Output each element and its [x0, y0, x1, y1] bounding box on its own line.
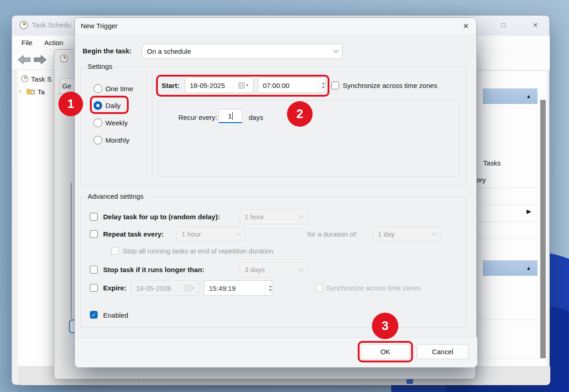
separator	[478, 358, 537, 359]
desktop: Task Schedu □ ✕ File Action	[0, 0, 569, 392]
chevron-down-icon	[298, 213, 303, 218]
chevron-down-icon	[432, 230, 437, 235]
spin-up-icon: ▲	[269, 284, 272, 288]
close-button[interactable]: ✕	[525, 18, 545, 32]
separator	[478, 320, 537, 320]
expire-checkbox[interactable]	[90, 284, 98, 292]
expire-date-value: 18-05-2026	[136, 284, 171, 292]
menu-action[interactable]: Action	[44, 39, 63, 46]
recur-every-label: Recur every:	[178, 113, 217, 122]
menu-file[interactable]: File	[21, 39, 32, 46]
spinner-arrows[interactable]: ▲ ▼	[265, 281, 272, 295]
separator	[478, 238, 537, 239]
back-arrow-icon[interactable]	[17, 55, 31, 67]
sync-timezones-checkbox[interactable]	[331, 82, 339, 89]
stop-all-checkbox	[111, 247, 119, 255]
dialog-clock-icon	[60, 54, 68, 65]
delay-value: 1 hour	[245, 213, 264, 221]
duration-value: 1 day	[378, 230, 395, 238]
actions-pane	[477, 71, 547, 367]
recur-every-value: 1	[228, 112, 232, 120]
step-2-number: 2	[296, 107, 303, 121]
calendar-drop-icon: ▾	[192, 286, 194, 290]
actions-pane-scrollbar[interactable]	[540, 100, 546, 358]
stop-longer-value: 3 days	[245, 266, 265, 273]
duration-select: 1 day	[373, 227, 441, 242]
expire-sync-checkbox	[315, 284, 323, 292]
annotation-step-3: 3	[372, 313, 398, 339]
stop-longer-checkbox[interactable]	[90, 266, 98, 273]
recur-every-input[interactable]: 1	[219, 109, 242, 123]
actions-item-tasks[interactable]: Tasks	[483, 159, 501, 167]
close-icon: ✕	[532, 21, 538, 29]
collapse-icon: ▲	[526, 94, 531, 99]
stop-longer-label: Stop task if it runs longer than:	[103, 266, 204, 274]
separator	[478, 222, 537, 222]
chevron-down-icon	[235, 230, 240, 235]
tree-item-task-scheduler[interactable]: Task S	[31, 75, 52, 83]
radio-one-time-label: One time	[105, 85, 133, 93]
expire-sync-label: Synchronize across time zones	[326, 284, 421, 292]
actions-pane-header-2[interactable]: ▲	[483, 260, 538, 276]
radio-weekly-label: Weekly	[105, 119, 128, 127]
window-title: Task Schedu	[32, 21, 71, 29]
advanced-group-label: Advanced settings	[85, 192, 146, 200]
tree-panel: Task S › Ta	[18, 70, 55, 384]
dialog-title: New Trigger	[81, 22, 118, 30]
stop-all-label: Stop all running tasks at end of repetit…	[123, 247, 273, 255]
new-trigger-dialog: New Trigger ✕ Begin the task: On a sched…	[74, 17, 477, 367]
stop-longer-select: 3 days	[240, 262, 308, 277]
expire-time-value: 15:49:19	[209, 284, 235, 292]
actions-pane-header[interactable]: ▲	[483, 88, 538, 104]
annotation-box-ok	[358, 341, 413, 362]
list-edge	[71, 183, 72, 319]
delay-checkbox[interactable]	[90, 213, 98, 221]
step-3-number: 3	[381, 319, 388, 333]
separator	[478, 187, 537, 188]
delay-select: 1 hour	[240, 209, 308, 224]
repeat-checkbox[interactable]	[90, 230, 98, 238]
library-folder-icon	[26, 88, 35, 97]
repeat-value: 1 hour	[182, 230, 201, 238]
step-1-number: 1	[67, 97, 74, 111]
chevron-down-icon	[298, 266, 303, 271]
spin-down-icon: ▼	[269, 289, 272, 292]
cancel-button[interactable]: Cancel	[417, 344, 469, 359]
repeat-select: 1 hour	[177, 227, 245, 242]
submenu-arrow-icon[interactable]: ▶	[527, 209, 531, 214]
close-icon: ✕	[463, 22, 469, 31]
forward-arrow-icon[interactable]	[33, 55, 47, 67]
duration-label: for a duration of:	[308, 230, 357, 238]
annotation-box-start	[156, 75, 329, 97]
radio-monthly[interactable]	[94, 136, 102, 144]
expire-time-spinner: 15:49:19 ▲ ▼	[204, 280, 272, 296]
begin-task-label: Begin the task:	[83, 47, 132, 55]
begin-task-value: On a schedule	[147, 47, 191, 55]
cancel-button-label: Cancel	[432, 348, 454, 356]
text-caret	[232, 112, 233, 120]
enabled-checkbox[interactable]: ✓	[90, 311, 98, 319]
actions-item-history[interactable]: ory	[476, 176, 486, 184]
dialog-titlebar: New Trigger ✕	[75, 18, 476, 35]
radio-weekly[interactable]	[94, 119, 102, 127]
expire-date-picker: 18-05-2026 ▾	[131, 280, 199, 296]
annotation-step-1: 1	[58, 92, 83, 116]
sync-timezones-label: Synchronize across time zones	[343, 82, 438, 90]
dialog-close-button[interactable]: ✕	[457, 20, 475, 32]
chevron-down-icon	[333, 47, 338, 52]
annotation-box-daily	[90, 96, 129, 114]
annotation-step-2: 2	[287, 101, 313, 127]
expire-label: Expire:	[103, 284, 126, 292]
separator	[478, 205, 537, 205]
tab-general-label: Ge	[62, 82, 71, 90]
tree-expand-icon[interactable]: ›	[19, 88, 21, 94]
recur-unit-label: days	[249, 113, 263, 122]
radio-one-time[interactable]	[94, 84, 102, 93]
settings-divider	[152, 73, 152, 178]
enabled-label: Enabled	[103, 311, 128, 320]
collapse-icon: ▲	[526, 266, 531, 271]
radio-monthly-label: Monthly	[105, 136, 130, 144]
begin-task-select[interactable]: On a schedule	[142, 44, 343, 59]
tree-item-library[interactable]: Ta	[37, 88, 45, 96]
maximize-button[interactable]: □	[493, 18, 513, 32]
